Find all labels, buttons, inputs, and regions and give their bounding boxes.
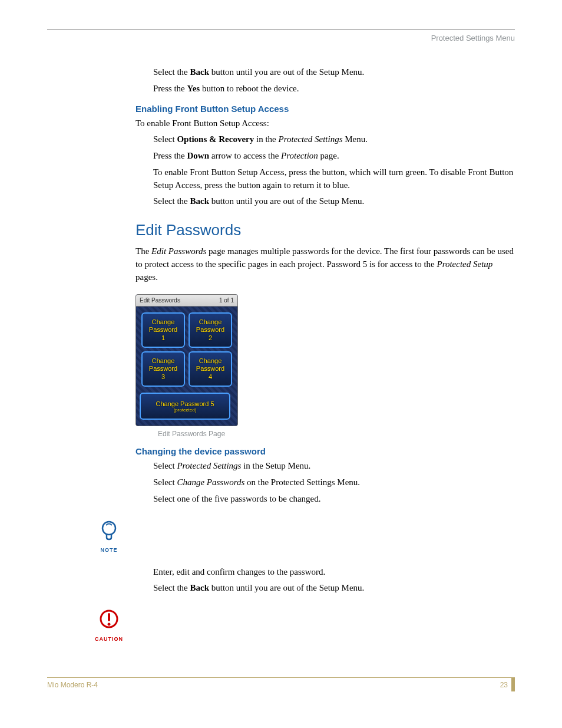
change-step-3: Select one of the five passwords to be c…	[153, 493, 515, 506]
footer-page-number: 23	[500, 681, 508, 689]
change-password-4-button[interactable]: Change Password 4	[189, 351, 232, 387]
spacer	[135, 509, 515, 562]
lightbulb-icon	[99, 520, 119, 543]
edit-passwords-panel: Edit Passwords 1 of 1 Change Password 1 …	[135, 294, 238, 426]
footer-tab	[511, 677, 515, 691]
header-rule	[47, 29, 515, 30]
figure-edit-passwords: Edit Passwords 1 of 1 Change Password 1 …	[135, 294, 515, 438]
change-password-5-button[interactable]: Change Password 5 (protected)	[140, 393, 230, 420]
after-note-step-1: Enter, edit and confirm changes to the p…	[153, 566, 515, 579]
change-password-5-sublabel: (protected)	[174, 407, 197, 413]
main-content: Select the Back button until you are out…	[135, 66, 515, 595]
figure-caption: Edit Passwords Page	[158, 430, 515, 438]
panel-title-text: Edit Passwords	[140, 297, 180, 304]
note-label: NOTE	[94, 547, 124, 553]
header-section-title: Protected Settings Menu	[47, 34, 515, 42]
enable-lead: To enable Front Button Setup Access:	[135, 117, 515, 130]
caution-label: CAUTION	[94, 636, 124, 642]
enable-step-4: Select the Back button until you are out…	[153, 195, 515, 208]
intro-step-back: Select the Back button until you are out…	[153, 66, 515, 79]
change-step-1: Select Protected Settings in the Setup M…	[153, 460, 515, 473]
caution-icon	[99, 609, 119, 633]
heading-edit-passwords: Edit Passwords	[135, 221, 515, 239]
panel-page-indicator: 1 of 1	[219, 297, 234, 304]
change-password-1-button[interactable]: Change Password 1	[141, 312, 185, 348]
enable-step-3: To enable Front Button Setup Access, pre…	[153, 166, 515, 192]
enable-step-1: Select Options & Recovery in the Protect…	[153, 133, 515, 146]
change-step-2: Select Change Passwords on the Protected…	[153, 476, 515, 489]
svg-point-3	[108, 623, 111, 626]
footer-product-name: Mio Modero R-4	[47, 681, 103, 689]
heading-changing-password: Changing the device password	[135, 446, 515, 456]
heading-enabling-front-button: Enabling Front Button Setup Access	[135, 104, 515, 114]
edit-passwords-description: The Edit Passwords page manages multiple…	[135, 245, 515, 284]
panel-titlebar: Edit Passwords 1 of 1	[136, 295, 237, 307]
panel-body: Change Password 1 Change Password 2 Chan…	[136, 307, 237, 426]
footer: Mio Modero R-4 23	[47, 677, 515, 691]
enable-step-2: Press the Down arrow to access the Prote…	[153, 150, 515, 163]
after-note-step-2: Select the Back button until you are out…	[153, 582, 515, 595]
svg-rect-2	[108, 613, 110, 621]
intro-step-yes: Press the Yes button to reboot the devic…	[153, 83, 515, 95]
change-password-5-label: Change Password 5	[156, 400, 214, 407]
change-password-3-button[interactable]: Change Password 3	[141, 351, 185, 387]
change-password-2-button[interactable]: Change Password 2	[189, 312, 232, 348]
